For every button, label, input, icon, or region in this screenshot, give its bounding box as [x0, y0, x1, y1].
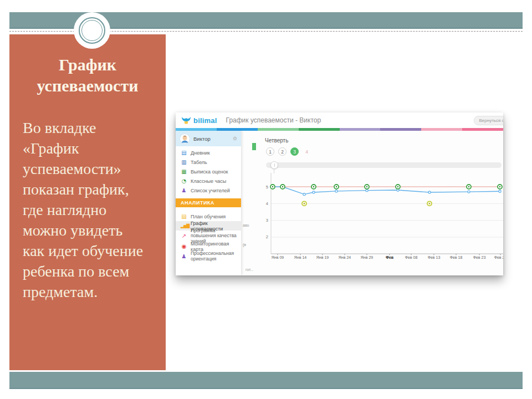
page-title: График успеваемости	[21, 54, 154, 96]
svg-text:Янв 19: Янв 19	[316, 255, 329, 259]
svg-text:Фев 28: Фев 28	[494, 255, 503, 259]
sidebar-item-class-hours[interactable]: ◔ Классные часы	[176, 176, 241, 186]
teachers-icon: ♟	[181, 188, 187, 193]
sidebar-item-report-card[interactable]: ▥ Табель	[176, 157, 241, 167]
sidebar-item-career-guidance[interactable]: ♟ Профессиональная ориентация	[176, 251, 241, 262]
svg-text:Фев 13: Фев 13	[428, 255, 441, 259]
bar-chart-icon: ▂▅▇	[181, 223, 187, 229]
slide-body-text: Во вкладке «График успеваемости» показан…	[23, 117, 168, 302]
text-fragment: аво	[243, 223, 249, 227]
background-fragment	[252, 143, 256, 150]
svg-text:Фев 08: Фев 08	[405, 255, 418, 259]
diary-icon: ▤	[181, 150, 187, 156]
app-header: bilimal График успеваемости - Виктор Вер…	[176, 112, 503, 128]
slide-left-panel: График успеваемости Во вкладке «График у…	[9, 34, 166, 370]
grades-table-icon: ▦	[181, 169, 187, 175]
profile-header[interactable]: Виктор ⚙	[176, 131, 241, 146]
study-plan-icon: ▤	[181, 214, 187, 219]
svg-text:Янв 29: Янв 29	[361, 255, 373, 259]
sidebar-item-study-plan[interactable]: ▤ План обучения	[176, 212, 241, 221]
logo-text: bilimal	[193, 116, 217, 125]
app-page-title: График успеваемости - Виктор	[226, 116, 321, 124]
svg-text:4: 4	[266, 201, 268, 206]
profile-name: Виктор	[193, 136, 229, 142]
back-button[interactable]: Вернуться о	[474, 116, 504, 125]
quarter-4-button[interactable]: 4	[303, 147, 311, 156]
quarter-1-button[interactable]: 1	[266, 147, 274, 156]
bilimal-logo-icon	[181, 116, 191, 125]
sidebar-section-analytics: АНАЛИТИКА	[176, 198, 241, 207]
quarter-3-button[interactable]: 3	[290, 147, 299, 156]
gear-icon[interactable]: ⚙	[233, 136, 237, 141]
sidebar: Виктор ⚙ ▤ Дневник ▥ Табель ▦ Выписка оц…	[176, 131, 241, 275]
sidebar-item-grades-extract[interactable]: ▦ Выписка оценок	[176, 167, 241, 176]
svg-text:Янв 09: Янв 09	[272, 255, 284, 259]
sidebar-item-diary[interactable]: ▤ Дневник	[176, 148, 241, 157]
eye-icon: ◉	[181, 244, 187, 249]
trend-icon: ↗	[181, 233, 187, 239]
sidebar-item-quality-program[interactable]: ↗ Программа повышения качества знаний	[176, 231, 241, 242]
text-fragment: гот...	[245, 268, 253, 272]
sidebar-menu: ▤ Дневник ▥ Табель ▦ Выписка оценок ◔ Кл…	[176, 146, 241, 262]
svg-text:Янв 14: Янв 14	[294, 255, 306, 259]
text-fragment: (в	[243, 243, 246, 247]
svg-text:Фев 23: Фев 23	[473, 255, 486, 259]
ornament-inner-ring	[81, 20, 103, 41]
svg-text:5: 5	[266, 185, 268, 190]
svg-text:3: 3	[266, 218, 268, 223]
performance-chart: 5432Янв 09Янв 14Янв 19Янв 24Янв 29ФевФев…	[263, 170, 503, 259]
person-icon: ♟	[181, 254, 187, 259]
quarter-2-button[interactable]: 2	[278, 147, 287, 156]
svg-text:Янв 24: Янв 24	[339, 255, 351, 259]
scrollbar-handle[interactable]	[270, 161, 278, 169]
slide-bottom-band	[9, 372, 523, 389]
user-avatar	[180, 134, 190, 144]
main-content: аво (в гот... Четверть 1 2 3 4 5432Янв 0…	[241, 131, 503, 275]
sidebar-item-monitoring-map[interactable]: ◉ Мониторинговая карта	[176, 242, 241, 251]
chart-range-scrollbar[interactable]	[266, 162, 502, 168]
circle-ornament	[74, 12, 110, 49]
svg-text:2: 2	[266, 234, 268, 239]
clock-icon: ◔	[181, 178, 187, 184]
quarter-label: Четверть	[265, 137, 288, 144]
quarter-buttons: 1 2 3 4	[266, 147, 311, 156]
app-screenshot-window: bilimal График успеваемости - Виктор Вер…	[176, 112, 503, 275]
report-card-icon: ▥	[181, 160, 187, 165]
svg-text:Фев 18: Фев 18	[450, 255, 463, 259]
svg-text:Фев: Фев	[386, 255, 394, 259]
sidebar-item-teachers-list[interactable]: ♟ Список учителей	[176, 186, 241, 195]
